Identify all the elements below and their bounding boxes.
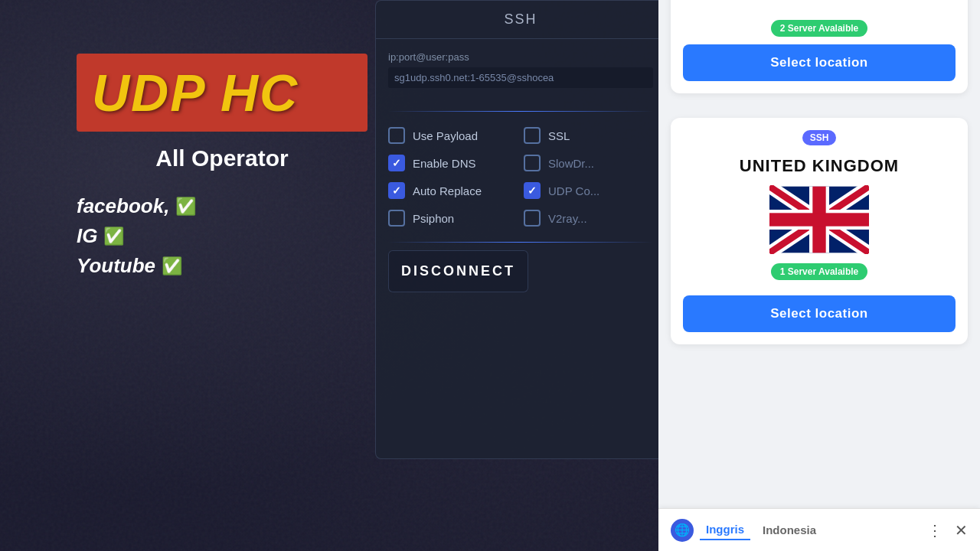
right-panel: 2 Server Avalaible Select location SSH U… — [658, 0, 980, 551]
options-grid: Use Payload SSL Enable DNS SlowDr... Aut… — [376, 115, 665, 239]
right-content: 2 Server Avalaible Select location SSH U… — [658, 0, 980, 505]
select-location-button-1[interactable]: Select location — [683, 44, 956, 81]
country-name-2: UNITED KINGDOM — [683, 156, 956, 176]
option-label-slowdr: SlowDr... — [548, 157, 594, 170]
logo-area: UDP HC All Operator facebook, ✅ IG ✅ You… — [77, 54, 368, 284]
option-auto-replace[interactable]: Auto Replace — [388, 182, 518, 199]
svg-rect-8 — [769, 213, 869, 226]
select-location-button-2[interactable]: Select location — [683, 295, 956, 332]
ssh-header: SSH — [376, 1, 665, 39]
language-icon: 🌐 — [671, 519, 694, 542]
ssh-badge-2: SSH — [802, 130, 837, 145]
option-enable-dns[interactable]: Enable DNS — [388, 155, 518, 171]
option-psiphon[interactable]: Psiphon — [388, 210, 518, 227]
option-use-payload[interactable]: Use Payload — [388, 127, 518, 144]
youtube-check-icon: ✅ — [162, 256, 182, 276]
checkbox-v2ray[interactable] — [524, 210, 541, 227]
app-logo: UDP HC — [92, 63, 352, 122]
ssh-input-label: ip:port@user:pass — [388, 51, 653, 63]
checkbox-auto-replace[interactable] — [388, 182, 405, 199]
ssh-input-area: ip:port@user:pass sg1udp.ssh0.net:1-6553… — [376, 39, 665, 108]
option-slowdr[interactable]: SlowDr... — [524, 155, 653, 171]
uk-flag-icon — [769, 185, 869, 254]
lang-tab-indonesia[interactable]: Indonesia — [756, 520, 822, 540]
option-label-ssl: SSL — [548, 129, 570, 142]
checkbox-ssl[interactable] — [524, 127, 541, 144]
divider-2 — [388, 242, 653, 243]
checkbox-use-payload[interactable] — [388, 127, 405, 144]
disconnect-button[interactable]: DISCONNECT — [388, 250, 528, 292]
logo-box: UDP HC — [77, 54, 368, 132]
option-label-v2ray: V2ray... — [548, 212, 587, 225]
checkbox-udp-co[interactable] — [524, 182, 541, 199]
youtube-label: Youtube — [77, 254, 155, 278]
option-ssl[interactable]: SSL — [524, 127, 653, 144]
close-icon[interactable]: ✕ — [955, 521, 968, 540]
checkbox-enable-dns[interactable] — [388, 155, 405, 171]
option-label-auto-replace: Auto Replace — [413, 184, 482, 197]
server-badge-1: 2 Server Avalaible — [771, 20, 868, 37]
option-v2ray[interactable]: V2ray... — [524, 210, 653, 227]
spacer — [658, 103, 980, 118]
list-item: IG ✅ — [77, 224, 368, 248]
option-label-psiphon: Psiphon — [413, 212, 454, 225]
translation-bar: 🌐 Inggris Indonesia ⋮ ✕ — [658, 508, 980, 551]
list-item: facebook, ✅ — [77, 194, 368, 218]
checkbox-slowdr[interactable] — [524, 155, 541, 171]
social-list: facebook, ✅ IG ✅ Youtube ✅ — [77, 194, 368, 278]
ig-check-icon: ✅ — [103, 227, 124, 246]
lang-tab-english[interactable]: Inggris — [700, 520, 750, 540]
ig-label: IG — [77, 224, 97, 248]
ssh-panel: SSH ip:port@user:pass sg1udp.ssh0.net:1-… — [375, 0, 666, 459]
facebook-label: facebook, — [77, 194, 169, 218]
checkbox-psiphon[interactable] — [388, 210, 405, 227]
more-options-icon[interactable]: ⋮ — [927, 521, 942, 540]
operator-label: All Operator — [77, 145, 368, 171]
server-badge-2: 1 Server Avalaible — [771, 263, 868, 280]
ssh-input-value[interactable]: sg1udp.ssh0.net:1-65535@sshocea — [388, 67, 653, 88]
option-label-enable-dns: Enable DNS — [413, 157, 476, 170]
divider — [388, 111, 653, 112]
option-label-udp-co: UDP Co... — [548, 184, 599, 197]
list-item: Youtube ✅ — [77, 254, 368, 278]
option-label-use-payload: Use Payload — [413, 129, 478, 142]
server-card-2: SSH UNITED KINGDOM 1 Server Aval — [671, 118, 968, 344]
facebook-check-icon: ✅ — [175, 197, 196, 217]
option-udp-co[interactable]: UDP Co... — [524, 182, 653, 199]
server-card-1: 2 Server Avalaible Select location — [671, 0, 968, 93]
